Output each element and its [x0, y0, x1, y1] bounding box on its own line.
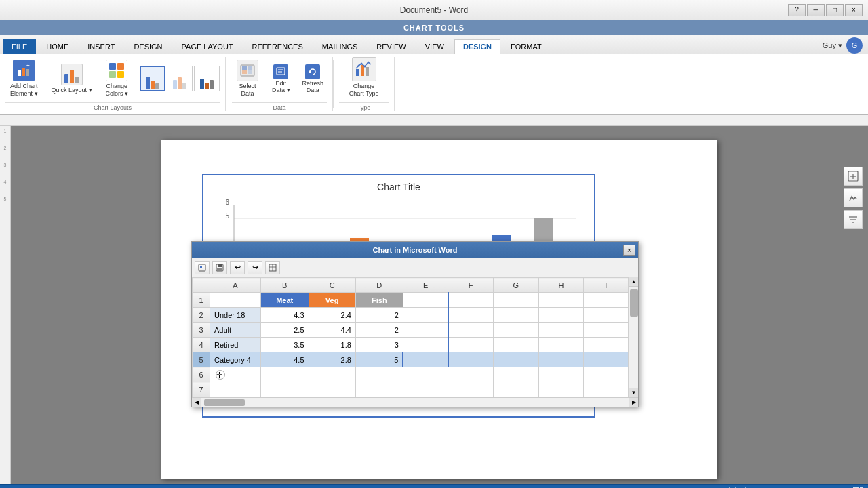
minimize-btn[interactable]: ─ — [807, 4, 825, 16]
cell-2e[interactable] — [403, 308, 448, 323]
cell-6e[interactable] — [403, 367, 448, 382]
cell-7a[interactable] — [210, 382, 261, 397]
cell-3g[interactable] — [493, 323, 538, 338]
chart-filters-button[interactable] — [844, 210, 863, 229]
maximize-btn[interactable]: □ — [826, 4, 844, 16]
cell-6d[interactable] — [355, 367, 403, 382]
cell-3a[interactable]: Adult — [210, 323, 261, 338]
tab-format[interactable]: FORMAT — [502, 39, 551, 54]
scroll-right-btn[interactable]: ▶ — [629, 398, 638, 407]
cell-5d[interactable]: 5 — [355, 352, 403, 367]
cell-5g[interactable] — [493, 352, 538, 367]
cell-4h[interactable] — [538, 338, 584, 352]
cell-2f[interactable] — [448, 308, 493, 323]
cell-4a[interactable]: Retired — [210, 338, 261, 352]
cell-4c[interactable]: 1.8 — [309, 338, 355, 352]
tab-page-layout[interactable]: PAGE LAYOUT — [173, 39, 242, 54]
cell-1i[interactable] — [584, 293, 629, 308]
cell-3c[interactable]: 4.4 — [309, 323, 355, 338]
cell-3h[interactable] — [538, 323, 584, 338]
tab-insert[interactable]: INSERT — [79, 39, 123, 54]
toolbar-btn-redo[interactable]: ↪ — [248, 261, 262, 274]
cell-3b[interactable]: 2.5 — [260, 323, 309, 338]
scroll-hthumb[interactable] — [204, 399, 245, 406]
col-header-i[interactable]: I — [584, 278, 629, 293]
toolbar-btn-undo[interactable]: ↩ — [230, 261, 245, 274]
cell-2i[interactable] — [584, 308, 629, 323]
cell-2b[interactable]: 4.3 — [260, 308, 309, 323]
cell-3f[interactable] — [448, 323, 493, 338]
cell-4f[interactable] — [448, 338, 493, 352]
cell-6b[interactable] — [260, 367, 309, 382]
chart-elements-button[interactable] — [844, 167, 863, 186]
cell-5b[interactable]: 4.5 — [260, 352, 309, 367]
toolbar-btn-save[interactable] — [212, 261, 227, 274]
cell-6c[interactable] — [309, 367, 355, 382]
chart-style-1[interactable] — [140, 66, 165, 92]
close-btn[interactable]: × — [845, 4, 863, 16]
toolbar-btn-1[interactable] — [195, 261, 210, 274]
tab-references[interactable]: REFERENCES — [243, 39, 312, 54]
col-header-c[interactable]: C — [309, 278, 355, 293]
cell-4d[interactable]: 3 — [355, 338, 403, 352]
cell-1f[interactable] — [448, 293, 493, 308]
cell-7e[interactable] — [403, 382, 448, 397]
col-header-b[interactable]: B — [260, 278, 309, 293]
horizontal-scrollbar[interactable]: ◀ ▶ — [192, 397, 638, 407]
cell-1e[interactable] — [403, 293, 448, 308]
cell-7i[interactable] — [584, 382, 629, 397]
cell-2g[interactable] — [493, 308, 538, 323]
chart-style-2[interactable] — [167, 66, 193, 92]
scroll-up-btn[interactable]: ▲ — [629, 277, 639, 287]
cell-7h[interactable] — [538, 382, 584, 397]
col-header-g[interactable]: G — [493, 278, 538, 293]
cell-6g[interactable] — [493, 367, 538, 382]
cell-2c[interactable]: 2.4 — [309, 308, 355, 323]
cell-1g[interactable] — [493, 293, 538, 308]
cell-1h[interactable] — [538, 293, 584, 308]
add-chart-element-button[interactable]: + Add ChartElement ▾ — [5, 56, 43, 101]
cell-3i[interactable] — [584, 323, 629, 338]
scroll-left-btn[interactable]: ◀ — [192, 398, 201, 407]
cell-7g[interactable] — [493, 382, 538, 397]
cell-6h[interactable] — [538, 367, 584, 382]
chart-styles-button[interactable] — [844, 188, 863, 207]
edit-data-button[interactable]: EditData ▾ — [269, 62, 294, 96]
chart-style-3[interactable] — [194, 66, 220, 92]
cell-2h[interactable] — [538, 308, 584, 323]
cell-2a[interactable]: Under 18 — [210, 308, 261, 323]
cell-4i[interactable] — [584, 338, 629, 352]
change-chart-type-button[interactable]: ChangeChart Type — [344, 54, 384, 101]
cell-7f[interactable] — [448, 382, 493, 397]
tab-view[interactable]: VIEW — [416, 39, 453, 54]
scroll-thumb[interactable] — [630, 289, 638, 317]
cell-1d[interactable]: Fish — [355, 293, 403, 308]
vertical-scrollbar[interactable]: ▲ ▼ — [629, 277, 638, 397]
cell-3d[interactable]: 2 — [355, 323, 403, 338]
cell-5i[interactable] — [584, 352, 629, 367]
col-header-f[interactable]: F — [448, 278, 493, 293]
cell-7d[interactable] — [355, 382, 403, 397]
quick-layout-button[interactable]: Quick Layout ▾ — [47, 60, 97, 98]
col-header-a[interactable]: A — [210, 278, 261, 293]
tab-file[interactable]: FILE — [3, 39, 36, 54]
cell-5c[interactable]: 2.8 — [309, 352, 355, 367]
cell-7b[interactable] — [260, 382, 309, 397]
cell-5a[interactable]: Category 4 — [210, 352, 261, 367]
cell-1a[interactable] — [210, 293, 261, 308]
cell-2d[interactable]: 2 — [355, 308, 403, 323]
col-header-e[interactable]: E — [403, 278, 448, 293]
cell-3e[interactable] — [403, 323, 448, 338]
user-avatar[interactable]: G — [846, 37, 863, 54]
cell-6f[interactable] — [448, 367, 493, 382]
cell-4g[interactable] — [493, 338, 538, 352]
cell-5h[interactable] — [538, 352, 584, 367]
cell-5e[interactable] — [403, 352, 448, 367]
cell-7c[interactable] — [309, 382, 355, 397]
change-colors-button[interactable]: ChangeColors ▾ — [101, 56, 134, 101]
cell-6i[interactable] — [584, 367, 629, 382]
help-btn[interactable]: ? — [788, 4, 806, 16]
chart-data-close-btn[interactable]: × — [623, 245, 635, 256]
tab-design-doc[interactable]: DESIGN — [125, 39, 171, 54]
tab-design-chart[interactable]: DESIGN — [454, 39, 500, 54]
